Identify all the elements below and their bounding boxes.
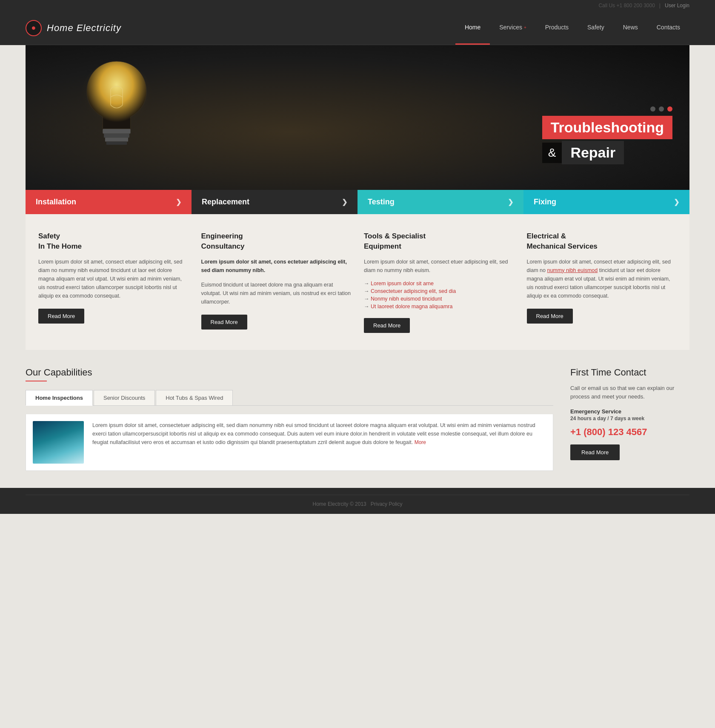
contact-box: First Time Contact Call or email us so t… <box>570 367 689 471</box>
main-content: Our Capabilities Home Inspections Senior… <box>26 367 689 471</box>
user-login-link[interactable]: User Login <box>665 3 689 9</box>
services-arrow: + <box>524 25 526 30</box>
svg-rect-3 <box>103 129 130 134</box>
nav-contacts[interactable]: Contacts <box>647 11 689 45</box>
capabilities-image-inner <box>33 421 84 464</box>
hero-text: Troubleshooting & Repair <box>542 106 672 164</box>
logo-text: Home Electricity <box>47 23 121 34</box>
service-tools-body: Lorem ipsum dolor sit amet, consect etue… <box>364 258 514 275</box>
service-engineering-body-bold: Lorem ipsum dolor sit amet, cons ectetue… <box>201 258 352 275</box>
service-card-electrical: Electrical &Mechanical Services Lorem ip… <box>527 231 677 333</box>
capabilities-tabs: Home Inspections Senior Discounts Hot Tu… <box>26 390 553 406</box>
tab-installation[interactable]: Installation ❯ <box>26 190 192 214</box>
call-text: Call Us +1 800 200 3000 <box>598 3 655 9</box>
tools-link-2: Consectetuer adipiscing elit, sed dia <box>364 288 514 294</box>
electrical-read-more-button[interactable]: Read More <box>527 309 573 324</box>
safety-read-more-button[interactable]: Read More <box>38 309 84 324</box>
nav-home[interactable]: Home <box>455 11 490 45</box>
hero-dot-2[interactable] <box>659 106 664 112</box>
cap-tab-home-inspections[interactable]: Home Inspections <box>26 390 93 406</box>
tab-installation-chevron: ❯ <box>176 198 181 206</box>
main-nav: Home Services + Products Safety News Con… <box>455 11 689 45</box>
hero-bulb <box>74 49 176 186</box>
nav-safety[interactable]: Safety <box>578 11 614 45</box>
capabilities-content: Lorem ipsum dolor sit amet, consectetuer… <box>26 414 553 471</box>
tools-read-more-button[interactable]: Read More <box>364 318 410 333</box>
capabilities-image <box>33 421 84 464</box>
contact-phone: +1 (800) 123 4567 <box>570 427 689 438</box>
hero-title-row2: & Repair <box>542 141 672 164</box>
emergency-sub: 24 hours a day / 7 days a week <box>570 416 689 421</box>
engineering-read-more-button[interactable]: Read More <box>201 315 247 330</box>
tab-installation-label: Installation <box>36 198 76 206</box>
service-tools-links: Lorem ipsum dolor sit arne Consectetuer … <box>364 281 514 310</box>
service-safety-title: SafetyIn The Home <box>38 231 189 252</box>
svg-rect-5 <box>105 138 128 141</box>
tab-testing[interactable]: Testing ❯ <box>358 190 523 214</box>
contact-description: Call or email us so that we can explain … <box>570 384 689 402</box>
tools-link-3: Nonmy nibh euismod tincidunt <box>364 296 514 302</box>
footer-divider <box>26 495 689 495</box>
services-section: SafetyIn The Home Lorem ipsum dolor sit … <box>26 214 689 350</box>
cap-tab-senior-discounts[interactable]: Senior Discounts <box>94 390 155 405</box>
hero-title-1: Troubleshooting <box>542 116 672 139</box>
tab-fixing[interactable]: Fixing ❯ <box>523 190 689 214</box>
capabilities-heading: Our Capabilities <box>26 367 553 378</box>
contact-heading: First Time Contact <box>570 367 689 378</box>
nav-services[interactable]: Services + <box>490 11 536 45</box>
service-tools-title: Tools & SpecialistEquipment <box>364 231 514 252</box>
tab-testing-label: Testing <box>368 198 395 206</box>
tab-fixing-label: Fixing <box>534 198 556 206</box>
service-card-engineering: EngineeringConsultancy Lorem ipsum dolor… <box>201 231 352 333</box>
capabilities-more-link[interactable]: More <box>415 439 426 445</box>
service-tabs: Installation ❯ Replacement ❯ Testing ❯ F… <box>26 190 689 214</box>
footer-privacy-link[interactable]: Privacy Policy <box>371 501 403 507</box>
service-engineering-title: EngineeringConsultancy <box>201 231 352 252</box>
service-electrical-body: Lorem ipsum dolor sit amet, consect etue… <box>527 258 677 300</box>
hero-and: & <box>542 143 562 163</box>
hero-dot-3[interactable] <box>667 106 672 112</box>
electrical-inline-link[interactable]: nummy nibh euismod <box>547 267 598 273</box>
service-engineering-body: Euismod tincidunt ut laoreet dolore ma g… <box>201 281 352 306</box>
hero-dots <box>542 106 672 112</box>
capabilities-section: Our Capabilities Home Inspections Senior… <box>26 367 553 471</box>
capabilities-text: Lorem ipsum dolor sit amet, consectetuer… <box>92 421 546 464</box>
capabilities-body: Lorem ipsum dolor sit amet, consectetuer… <box>92 421 546 447</box>
top-bar: Call Us +1 800 200 3000 | User Login <box>0 0 715 11</box>
footer-text: Home Electrcity © 2013 Privacy Policy <box>26 501 689 507</box>
service-safety-body: Lorem ipsum dolor sit amet, consect etue… <box>38 258 189 300</box>
bulb-svg <box>74 49 159 169</box>
capabilities-underline <box>26 381 47 381</box>
logo: ● Home Electricity <box>26 11 121 45</box>
hero-section: Troubleshooting & Repair <box>26 45 689 190</box>
hero-dot-1[interactable] <box>650 106 655 112</box>
tab-replacement-chevron: ❯ <box>342 198 347 206</box>
contact-read-more-button[interactable]: Read More <box>570 444 620 460</box>
service-card-tools: Tools & SpecialistEquipment Lorem ipsum … <box>364 231 514 333</box>
cap-tab-hot-tubs[interactable]: Hot Tubs & Spas Wired <box>156 390 233 405</box>
tab-testing-chevron: ❯ <box>508 198 513 206</box>
nav-news[interactable]: News <box>614 11 647 45</box>
svg-rect-4 <box>104 134 129 138</box>
footer: Home Electrcity © 2013 Privacy Policy <box>0 488 715 514</box>
service-card-safety: SafetyIn The Home Lorem ipsum dolor sit … <box>38 231 189 333</box>
tools-link-4: Ut laoreet dolore magna aliquamra <box>364 304 514 310</box>
tools-link-1: Lorem ipsum dolor sit arne <box>364 281 514 287</box>
nav-products[interactable]: Products <box>536 11 578 45</box>
tab-fixing-chevron: ❯ <box>674 198 679 206</box>
svg-rect-6 <box>106 142 127 145</box>
service-electrical-title: Electrical &Mechanical Services <box>527 231 677 252</box>
logo-icon: ● <box>26 20 42 36</box>
header: ● Home Electricity Home Services + Produ… <box>0 11 715 45</box>
tab-replacement[interactable]: Replacement ❯ <box>192 190 358 214</box>
tab-replacement-label: Replacement <box>202 198 249 206</box>
footer-copyright: Home Electrcity © 2013 <box>313 501 366 507</box>
emergency-label: Emergency Service <box>570 408 689 415</box>
separator: | <box>659 3 661 9</box>
